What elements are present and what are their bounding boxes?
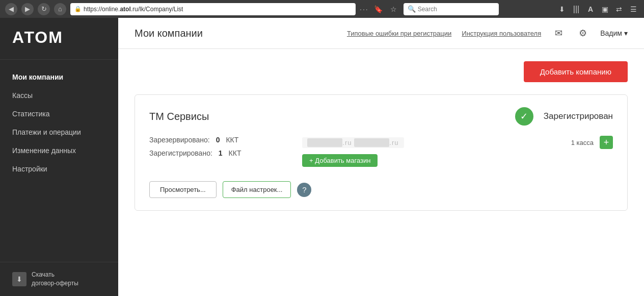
store-row: ██████.ru ██████.ru 1 касса +	[302, 136, 613, 149]
reserved-stat-row: Зарезервировано: 0 ККТ	[149, 136, 282, 144]
company-name: ТМ Сервисы	[149, 111, 446, 122]
status-check-icon: ✓	[515, 107, 533, 126]
sidebar-item-my-companies[interactable]: Мои компании	[0, 68, 118, 86]
company-card-header: ТМ Сервисы ✓ Зарегистрирован	[149, 107, 613, 126]
user-chevron-icon: ▾	[624, 29, 628, 37]
status-label: Зарегистрирован	[544, 111, 613, 121]
menu-icon[interactable]: ☰	[628, 4, 639, 15]
kassa-count: 1 касса	[571, 139, 594, 146]
add-store-button[interactable]: + Добавить магазин	[302, 154, 378, 167]
library-icon[interactable]: |||	[571, 4, 582, 15]
mail-icon[interactable]: ✉	[551, 26, 566, 40]
registered-unit: ККТ	[229, 149, 242, 157]
typical-errors-link[interactable]: Типовые ошибки при регистрации	[347, 30, 451, 37]
main-content: Мои компании Типовые ошибки при регистра…	[118, 18, 644, 296]
forward-button[interactable]: ▶	[21, 3, 34, 15]
back-button[interactable]: ◀	[5, 3, 17, 15]
store-domain: ██████.ru ██████.ru	[302, 137, 404, 148]
sidebar-item-settings[interactable]: Настройки	[0, 160, 118, 178]
user-menu[interactable]: Вадим ▾	[600, 29, 628, 37]
registered-label: Зарегистрировано:	[149, 149, 212, 157]
sync-icon[interactable]: ⇄	[613, 4, 625, 15]
layout-icon[interactable]: ▣	[599, 4, 610, 15]
user-manual-link[interactable]: Инструкция пользователя	[462, 30, 541, 37]
company-stats: Зарезервировано: 0 ККТ Зарегистрировано:…	[149, 136, 282, 167]
add-company-row: Добавить компанию	[135, 61, 628, 82]
sidebar-item-change-data[interactable]: Изменение данных	[0, 141, 118, 160]
more-options-button[interactable]: ···	[360, 5, 369, 13]
registered-value: 1	[219, 149, 223, 157]
atol-extension-icon[interactable]: A	[585, 4, 596, 15]
reserved-label: Зарезервировано:	[149, 136, 210, 144]
help-button[interactable]: ?	[297, 183, 311, 197]
reserved-unit: ККТ	[226, 136, 238, 144]
home-button[interactable]: ⌂	[54, 3, 66, 15]
main-header: Мои компании Типовые ошибки при регистра…	[118, 18, 644, 49]
url-bar[interactable]: 🔒 https://online.atol.ru/lk/Company/List	[70, 3, 356, 15]
search-icon: 🔍	[408, 5, 416, 13]
sidebar-footer[interactable]: ⬇ Скачать договор-оферты	[0, 262, 118, 296]
add-kassa-button[interactable]: +	[600, 136, 613, 149]
download-contract-icon: ⬇	[12, 272, 26, 286]
reload-button[interactable]: ↻	[38, 3, 50, 15]
sidebar-nav: Мои компании Кассы Статистика Платежи и …	[0, 60, 118, 262]
browser-chrome: ◀ ▶ ↻ ⌂ 🔒 https://online.atol.ru/lk/Comp…	[0, 0, 644, 18]
url-text: https://online.atol.ru/lk/Company/List	[84, 6, 352, 13]
settings-icon[interactable]: ⚙	[576, 26, 590, 40]
logo-text: АТОМ	[12, 28, 106, 47]
company-card: ТМ Сервисы ✓ Зарегистрирован Зарезервиро…	[135, 94, 628, 211]
company-stores: ██████.ru ██████.ru 1 касса + + Добавить…	[302, 136, 613, 167]
sidebar-item-payments[interactable]: Платежи и операции	[0, 123, 118, 141]
user-name: Вадим	[600, 29, 622, 37]
lock-icon: 🔒	[74, 6, 82, 12]
star-icon[interactable]: ☆	[388, 4, 399, 15]
sidebar-footer-label: Скачать договор-оферты	[32, 270, 78, 288]
sidebar: АТОМ Мои компании Кассы Статистика Плате…	[0, 18, 118, 296]
sidebar-logo: АТОМ	[0, 18, 118, 60]
page-title: Мои компании	[135, 28, 203, 39]
sidebar-item-kassы[interactable]: Кассы	[0, 86, 118, 105]
sidebar-item-statistics[interactable]: Статистика	[0, 105, 118, 123]
view-button[interactable]: Просмотреть...	[149, 181, 217, 198]
content-area: Добавить компанию ТМ Сервисы ✓ Зарегистр…	[118, 49, 644, 296]
header-links: Типовые ошибки при регистрации Инструкци…	[347, 26, 628, 40]
registered-stat-row: Зарегистрировано: 1 ККТ	[149, 149, 282, 157]
download-icon[interactable]: ⬇	[556, 4, 568, 15]
settings-file-button[interactable]: Файл настроек...	[223, 181, 291, 198]
add-company-button[interactable]: Добавить компанию	[524, 61, 628, 82]
company-card-footer: Просмотреть... Файл настроек... ?	[149, 181, 613, 198]
browser-search-bar[interactable]: 🔍	[404, 3, 499, 15]
app-container: АТОМ Мои компании Кассы Статистика Плате…	[0, 18, 644, 296]
reserved-value: 0	[216, 136, 220, 144]
add-store-row: + Добавить магазин	[302, 154, 613, 167]
company-card-body: Зарезервировано: 0 ККТ Зарегистрировано:…	[149, 136, 613, 167]
bookmarks-icon[interactable]: 🔖	[373, 4, 384, 15]
search-input[interactable]	[418, 6, 495, 13]
